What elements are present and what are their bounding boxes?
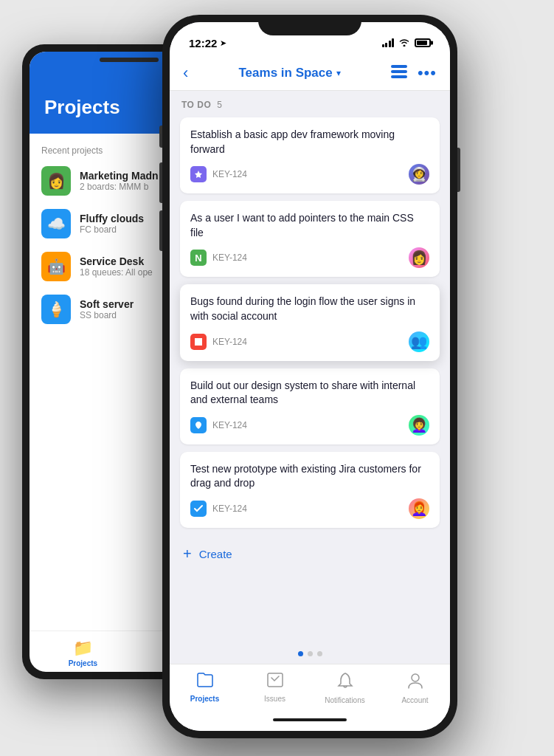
task-card-1[interactable]: Establish a basic app dev framework movi… bbox=[180, 117, 440, 193]
card-meta-4: KEY-124 bbox=[190, 417, 247, 433]
issue-icon-3 bbox=[190, 334, 207, 350]
card-key-4: KEY-124 bbox=[212, 420, 247, 430]
card-title-3: Bugs found during the login flow the use… bbox=[190, 295, 429, 323]
bottom-nav-projects-label: Projects bbox=[190, 695, 219, 703]
project-name-service: Service Desk bbox=[80, 255, 153, 267]
main-scroll[interactable]: TO DO 5 Establish a basic app dev framew… bbox=[170, 91, 450, 647]
volume-down-button bbox=[159, 210, 162, 251]
svg-point-6 bbox=[412, 674, 419, 681]
svg-rect-2 bbox=[391, 75, 407, 78]
svg-rect-1 bbox=[391, 70, 407, 73]
issue-icon-2: N bbox=[190, 250, 207, 266]
more-icon[interactable]: ••• bbox=[418, 63, 437, 83]
bottom-nav-issues[interactable]: Issues bbox=[253, 672, 297, 704]
home-bar bbox=[273, 718, 347, 721]
page-dot-1 bbox=[298, 651, 303, 656]
bottom-nav-issues-label: Issues bbox=[264, 695, 285, 703]
card-footer-5: KEY-124 👩‍🦰 bbox=[190, 498, 429, 519]
card-avatar-1: 👩‍🚀 bbox=[409, 164, 429, 185]
card-footer-2: N KEY-124 👩 bbox=[190, 247, 429, 268]
location-arrow-icon: ➤ bbox=[220, 38, 226, 48]
card-meta-5: KEY-124 bbox=[190, 501, 247, 517]
issue-icon-4 bbox=[190, 417, 207, 433]
project-name-fluffy: Fluffy clouds bbox=[80, 213, 144, 224]
card-footer-3: KEY-124 👥 bbox=[190, 331, 429, 352]
phone-notch bbox=[258, 15, 361, 35]
card-key-3: KEY-124 bbox=[212, 337, 247, 347]
folder-icon: 📁 bbox=[73, 639, 93, 658]
wifi-icon bbox=[398, 38, 410, 49]
project-icon-service: 🤖 bbox=[41, 252, 71, 281]
page-dots bbox=[170, 647, 450, 664]
svg-marker-3 bbox=[195, 171, 202, 178]
project-sub-soft: SS board bbox=[80, 310, 134, 320]
page-dot-2 bbox=[308, 651, 313, 656]
project-icon-soft: 🍦 bbox=[41, 295, 71, 324]
back-nav-projects[interactable]: 📁 Projects bbox=[69, 639, 97, 667]
issue-icon-5 bbox=[190, 501, 207, 517]
create-label: Create bbox=[199, 548, 232, 560]
project-sub-marketing: 2 boards: MMM b bbox=[80, 182, 159, 192]
section-label: TO DO bbox=[181, 100, 211, 110]
volume-up-button bbox=[159, 162, 162, 203]
card-footer-4: KEY-124 👩‍🦱 bbox=[190, 415, 429, 436]
front-phone: 12:22 ➤ bbox=[162, 15, 457, 738]
project-sub-fluffy: FC board bbox=[80, 224, 144, 235]
account-icon bbox=[407, 672, 423, 694]
page-dot-3 bbox=[317, 651, 322, 656]
project-icon-marketing: 👩 bbox=[41, 166, 71, 196]
create-button[interactable]: + Create bbox=[180, 535, 440, 573]
card-title-2: As a user I want to add pointers to the … bbox=[190, 211, 429, 240]
bottom-nav-notifications[interactable]: Notifications bbox=[323, 672, 367, 704]
nav-bar: ‹ Teams in Space ▾ ••• bbox=[170, 58, 450, 91]
card-title-4: Build out our design system to share wit… bbox=[190, 379, 429, 408]
section-header: TO DO 5 bbox=[180, 100, 440, 110]
card-key-1: KEY-124 bbox=[212, 169, 247, 179]
project-icon-fluffy: ☁️ bbox=[41, 209, 71, 238]
card-avatar-5: 👩‍🦰 bbox=[409, 498, 429, 519]
section-count: 5 bbox=[217, 100, 222, 110]
task-card-3[interactable]: Bugs found during the login flow the use… bbox=[180, 284, 440, 360]
bottom-nav-notifications-label: Notifications bbox=[325, 696, 364, 704]
bottom-nav: Projects Issues bbox=[170, 664, 450, 709]
task-card-2[interactable]: As a user I want to add pointers to the … bbox=[180, 201, 440, 277]
task-card-4[interactable]: Build out our design system to share wit… bbox=[180, 368, 440, 444]
card-avatar-4: 👩‍🦱 bbox=[409, 415, 429, 436]
card-meta-1: KEY-124 bbox=[190, 166, 247, 182]
projects-nav-icon bbox=[196, 672, 214, 693]
card-meta-3: KEY-124 bbox=[190, 334, 247, 350]
card-footer-1: KEY-124 👩‍🚀 bbox=[190, 164, 429, 185]
home-indicator bbox=[170, 709, 450, 731]
nav-title: Teams in Space bbox=[238, 66, 332, 80]
bell-icon bbox=[337, 672, 353, 694]
issue-icon-1 bbox=[190, 166, 207, 182]
card-title-1: Establish a basic app dev framework movi… bbox=[190, 128, 429, 157]
card-avatar-2: 👩 bbox=[409, 247, 429, 268]
svg-rect-4 bbox=[195, 338, 202, 346]
mute-button bbox=[159, 126, 162, 148]
card-avatar-3: 👥 bbox=[409, 331, 429, 352]
card-title-5: Test new prototype with existing Jira cu… bbox=[190, 462, 429, 491]
bottom-nav-account[interactable]: Account bbox=[393, 672, 437, 704]
status-time: 12:22 bbox=[189, 37, 217, 49]
task-card-5[interactable]: Test new prototype with existing Jira cu… bbox=[180, 452, 440, 528]
back-button[interactable]: ‹ bbox=[183, 63, 188, 83]
project-name-soft: Soft server bbox=[80, 298, 134, 310]
card-key-5: KEY-124 bbox=[212, 504, 247, 514]
issues-nav-icon bbox=[266, 672, 284, 693]
battery-icon bbox=[415, 38, 431, 47]
plus-icon: + bbox=[183, 546, 192, 563]
chevron-down-icon: ▾ bbox=[336, 68, 341, 78]
back-nav-projects-label: Projects bbox=[69, 659, 97, 667]
bottom-nav-projects[interactable]: Projects bbox=[183, 672, 227, 704]
status-icons bbox=[382, 38, 432, 49]
scene: Projects Recent projects 👩 Marketing Mad… bbox=[0, 0, 554, 756]
nav-title-group[interactable]: Teams in Space ▾ bbox=[238, 66, 340, 80]
power-button bbox=[457, 148, 460, 192]
bottom-nav-account-label: Account bbox=[401, 696, 428, 704]
project-sub-service: 18 queues: All ope bbox=[80, 267, 153, 278]
card-meta-2: N KEY-124 bbox=[190, 250, 247, 266]
card-key-2: KEY-124 bbox=[212, 252, 247, 263]
list-icon[interactable] bbox=[391, 65, 407, 82]
svg-rect-0 bbox=[391, 65, 407, 68]
